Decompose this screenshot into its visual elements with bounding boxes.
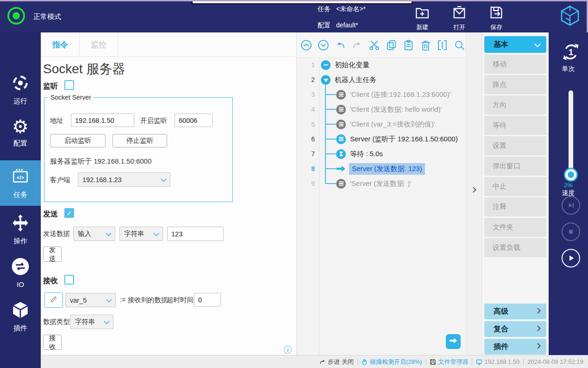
address-input[interactable] (71, 114, 134, 127)
new-task-button[interactable]: 新建 (409, 5, 435, 32)
disabled-node-icon (336, 179, 346, 189)
copy-icon[interactable] (385, 39, 398, 51)
move-up-icon[interactable] (300, 39, 313, 51)
palette-item-comment[interactable]: 注释 (484, 197, 546, 216)
status-bar: 步进 关闭 碰撞检测开启(28%) 文件管理器 192.168.1.50 202… (41, 355, 588, 368)
step-mode-status[interactable]: 步进 关闭 (319, 358, 354, 366)
tab-monitor[interactable]: 监控 (80, 32, 118, 57)
tree-row[interactable]: 3 'Client (连接:192.168.1.23:6000)' (297, 87, 466, 102)
speed-slider-track[interactable] (569, 90, 573, 178)
palette-item-payload[interactable]: 设置负载 (484, 238, 546, 257)
expand-triangle-icon[interactable] (321, 75, 331, 85)
page-title: Socket 服务器 (43, 60, 125, 78)
tree-row[interactable]: 6 Server (监听于 192.168.1.50:6000) (297, 132, 466, 146)
palette-item-set[interactable]: 设置 (484, 136, 546, 155)
tree-row[interactable]: 9 'Server (发送数据: )' (297, 176, 466, 191)
palette-item-wait[interactable]: 等待 (484, 116, 546, 135)
sidebar-item-io[interactable]: IO (0, 257, 41, 288)
undo-icon[interactable] (334, 39, 347, 51)
config-label: 配置 (318, 21, 331, 30)
timeout-input[interactable] (194, 293, 221, 307)
tab-command[interactable]: 指令 (41, 32, 80, 57)
sidebar-item-operate[interactable]: 操作 (0, 213, 41, 246)
sidebar-item-task[interactable]: </> 任务 (0, 160, 41, 206)
receive-button[interactable]: 接收 (43, 335, 62, 350)
disabled-node-icon (336, 105, 346, 114)
send-mode-select[interactable]: 输入 (73, 227, 115, 241)
tree-row[interactable]: 1 初始化变量 (297, 57, 466, 72)
receive-label: 接收 (43, 276, 58, 286)
listen-checkbox[interactable] (64, 80, 74, 90)
tree-row[interactable]: 5 'Client (var_3:=接收到的值)' (297, 117, 466, 132)
delete-icon[interactable] (419, 39, 432, 51)
tree-row-selected[interactable]: 8 Server (发送数据: 123) (297, 161, 466, 176)
palette-item-direction[interactable]: 方向 (484, 95, 546, 114)
chevron-down-icon (106, 297, 112, 303)
collision-status[interactable]: 碰撞检测开启(28%) (362, 358, 422, 366)
open-task-button[interactable]: 打开 (446, 5, 472, 32)
sidebar: 运行 ⚙ 配置 </> 任务 操作 IO 插件 (0, 32, 41, 368)
chevron-down-icon (161, 176, 167, 182)
program-tree-panel: 1 初始化变量 2 机器人主任务 3 'Client (连接:192.168.1… (296, 32, 466, 355)
cut-icon[interactable] (368, 39, 381, 51)
palette-item-waypoint[interactable]: 路点 (484, 75, 546, 94)
stop-listen-button[interactable]: 停止监听 (113, 134, 167, 147)
send-checkbox[interactable]: ✓ (64, 208, 74, 218)
info-icon[interactable]: i (284, 346, 292, 354)
palette-group-composite[interactable]: 复合 (484, 321, 546, 337)
palette-group-basic[interactable]: 基本 (484, 36, 546, 53)
palette-item-popup[interactable]: 弹出窗口 (484, 157, 546, 176)
move-down-icon[interactable] (317, 39, 330, 51)
client-label: 客户端 (50, 176, 70, 184)
sidebar-item-run[interactable]: 运行 (0, 73, 41, 106)
send-button[interactable]: 发送 (43, 247, 62, 262)
receive-type-select[interactable]: 字符串 (70, 315, 113, 329)
receive-checkbox[interactable] (64, 275, 74, 285)
client-select[interactable]: 192.168.1.23 (78, 172, 170, 187)
search-icon[interactable] (453, 39, 466, 51)
data-type-label: 数据类型 (43, 317, 70, 326)
step-mode-text: 步进 关闭 (328, 358, 354, 366)
play-button[interactable] (562, 249, 580, 267)
divider (357, 359, 358, 365)
datetime-text: 2024-08-08 17:52:19 (527, 358, 583, 365)
save-task-button[interactable]: 保存 (483, 5, 509, 32)
address-label: 地址 (50, 116, 63, 125)
paste-icon[interactable] (402, 39, 415, 51)
palette-group-plugin[interactable]: 插件 (484, 339, 546, 355)
divider (523, 359, 524, 365)
stop-icon (566, 227, 576, 237)
edit-variable-button[interactable] (44, 292, 63, 308)
tree-row[interactable]: 2 机器人主任务 (297, 72, 466, 87)
receive-var-select[interactable]: var_5 (65, 293, 116, 307)
speed-slider-thumb[interactable] (565, 169, 576, 180)
task-label: 任务 (318, 5, 331, 13)
collapse-icon[interactable] (436, 39, 449, 51)
send-payload-input[interactable] (167, 227, 224, 241)
panel-expander[interactable] (466, 32, 482, 355)
line-number: 9 (297, 180, 319, 187)
config-value: default* (336, 21, 358, 30)
start-listen-button[interactable]: 启动监听 (50, 134, 106, 147)
send-type-select[interactable]: 字符串 (119, 227, 163, 241)
port-input[interactable] (175, 114, 213, 127)
redo-icon[interactable] (351, 39, 363, 51)
sidebar-item-config[interactable]: ⚙ 配置 (0, 117, 41, 148)
insert-next-button[interactable] (446, 334, 461, 349)
tree-row[interactable]: 4 'Client (发送数据: hello world)' (297, 102, 466, 117)
collision-text: 碰撞检测开启(28%) (370, 358, 422, 366)
palette-item-abort[interactable]: 中止 (484, 177, 546, 196)
line-number: 3 (297, 91, 319, 98)
receive-type-value: 字符串 (75, 317, 95, 326)
palette-group-advanced[interactable]: 高级 (484, 304, 546, 319)
sidebar-item-plugin[interactable]: 插件 (0, 300, 41, 333)
stop-button[interactable] (562, 222, 580, 241)
client-select-value: 192.168.1.23 (82, 176, 122, 184)
palette-item-folder[interactable]: 文件夹 (484, 218, 546, 237)
listen-status-text: 服务器监听于 192.168.1.50:6000 (50, 157, 151, 166)
step-next-button[interactable] (562, 196, 580, 215)
single-cycle-button[interactable]: 1 (561, 42, 581, 64)
file-manager-link[interactable]: 文件管理器 (430, 358, 468, 366)
tree-row[interactable]: 7 等待 : 5.0s (297, 146, 466, 161)
palette-item-move[interactable]: 移动 (484, 55, 546, 74)
